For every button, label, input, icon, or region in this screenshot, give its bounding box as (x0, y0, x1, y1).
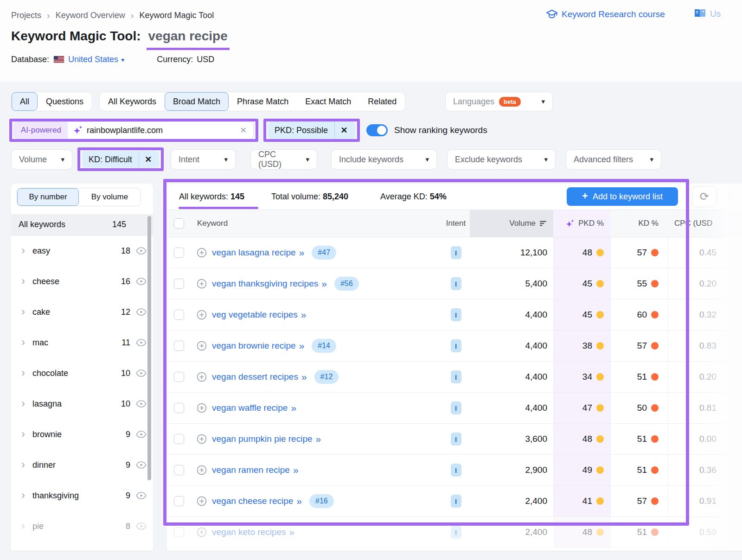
add-keyword-icon[interactable] (197, 279, 207, 289)
expand-keyword-icon[interactable]: » (293, 465, 299, 476)
chevron-right-icon[interactable]: › (21, 459, 25, 470)
chevron-right-icon[interactable]: › (21, 490, 25, 501)
keyword-group-item[interactable]: › chocolate 10 (11, 358, 153, 388)
eye-icon[interactable] (136, 522, 147, 530)
row-checkbox[interactable] (174, 372, 184, 382)
add-to-keyword-list-button[interactable]: + Add to keyword list (567, 187, 678, 206)
eye-icon[interactable] (136, 247, 147, 255)
keyword-group-item[interactable]: › easy 18 (11, 235, 153, 266)
eye-icon[interactable] (136, 461, 147, 469)
expand-keyword-icon[interactable]: » (316, 433, 321, 445)
expand-keyword-icon[interactable]: » (296, 496, 302, 507)
select-all-checkbox[interactable] (174, 218, 184, 229)
keyword-group-item[interactable]: › cake 12 (11, 297, 153, 327)
chevron-right-icon[interactable]: › (21, 337, 25, 348)
tab-related[interactable]: Related (359, 92, 405, 111)
chevron-down-icon[interactable]: ▾ (121, 56, 124, 64)
row-checkbox[interactable] (174, 248, 184, 258)
column-header-pkd[interactable]: PKD % (553, 210, 610, 237)
eye-icon[interactable] (136, 369, 147, 377)
breadcrumb-keyword-overview[interactable]: Keyword Overview (56, 11, 125, 20)
expand-keyword-icon[interactable]: » (321, 278, 327, 289)
eye-icon[interactable] (136, 492, 147, 499)
remove-kd-filter-icon[interactable]: ✕ (139, 154, 158, 165)
column-header-volume[interactable]: Volume (470, 210, 553, 237)
intent-filter-dropdown[interactable]: Intent ▾ (171, 149, 236, 170)
expand-keyword-icon[interactable]: » (291, 402, 296, 414)
advanced-filters-dropdown[interactable]: Advanced filters ▾ (566, 149, 661, 170)
column-header-keyword[interactable]: Keyword (191, 210, 442, 237)
tab-broad-match[interactable]: Broad Match (165, 92, 229, 111)
chevron-right-icon[interactable]: › (21, 306, 25, 317)
row-checkbox[interactable] (174, 496, 184, 506)
eye-icon[interactable] (136, 431, 147, 438)
add-keyword-icon[interactable] (197, 527, 207, 537)
keyword-link[interactable]: vegan ramen recipe (212, 465, 290, 475)
keyword-group-item[interactable]: › dinner 9 (11, 450, 153, 480)
add-keyword-icon[interactable] (197, 248, 207, 258)
add-keyword-icon[interactable] (197, 341, 207, 351)
keyword-link[interactable]: vegan dessert recipes (212, 372, 298, 382)
chevron-right-icon[interactable]: › (21, 245, 25, 256)
include-keywords-dropdown[interactable]: Include keywords ▾ (331, 149, 437, 170)
show-ranking-keywords-toggle[interactable] (366, 124, 388, 136)
row-checkbox[interactable] (174, 465, 184, 475)
tab-exact-match[interactable]: Exact Match (297, 92, 359, 111)
expand-keyword-icon[interactable]: » (289, 527, 295, 538)
database-value[interactable]: United States (68, 55, 118, 64)
row-checkbox[interactable] (174, 310, 184, 320)
expand-keyword-icon[interactable]: » (299, 247, 305, 258)
keyword-link[interactable]: vegan pumpkin pie recipe (212, 434, 313, 444)
languages-dropdown[interactable]: Languages beta ▾ (445, 92, 553, 111)
keyword-link[interactable]: vegan waffle recipe (212, 403, 288, 413)
row-checkbox[interactable] (174, 341, 184, 351)
tab-all[interactable]: All (12, 92, 38, 111)
tab-by-number[interactable]: By number (17, 188, 79, 206)
user-manual-link[interactable]: Us (694, 8, 721, 19)
add-keyword-icon[interactable] (197, 496, 207, 506)
add-keyword-icon[interactable] (197, 403, 207, 413)
keyword-group-item[interactable]: › cheese 16 (11, 266, 153, 297)
clear-domain-icon[interactable]: ✕ (233, 125, 253, 135)
add-keyword-icon[interactable] (197, 434, 207, 444)
keyword-link[interactable]: vegan keto recipes (212, 527, 286, 537)
add-keyword-icon[interactable] (197, 310, 207, 320)
volume-filter-dropdown[interactable]: Volume ▾ (11, 149, 72, 170)
expand-keyword-icon[interactable]: » (301, 309, 307, 320)
chevron-right-icon[interactable]: › (21, 520, 25, 531)
keyword-group-item[interactable]: › mac 11 (11, 327, 153, 358)
row-checkbox[interactable] (174, 279, 184, 289)
domain-input[interactable] (87, 126, 233, 135)
keyword-research-course-link[interactable]: Keyword Research course (546, 9, 665, 19)
column-header-kd[interactable]: KD % (610, 210, 668, 237)
add-keyword-icon[interactable] (197, 465, 207, 475)
keyword-link[interactable]: veg vegetable recipes (212, 310, 298, 320)
chevron-right-icon[interactable]: › (21, 275, 25, 286)
row-checkbox[interactable] (174, 403, 184, 413)
keyword-link[interactable]: vegan lasagna recipe (212, 248, 296, 258)
tab-phrase-match[interactable]: Phrase Match (229, 92, 297, 111)
breadcrumb-projects[interactable]: Projects (11, 11, 41, 20)
column-header-cpc[interactable]: CPC (USD (668, 210, 742, 237)
keyword-link[interactable]: vegan cheese recipe (212, 496, 293, 506)
chevron-right-icon[interactable]: › (21, 428, 25, 439)
tab-by-volume[interactable]: By volume (79, 188, 141, 206)
keyword-group-item[interactable]: › lasagna 10 (11, 388, 153, 419)
eye-icon[interactable] (136, 400, 147, 407)
keyword-group-item[interactable]: › pie 8 (11, 511, 153, 541)
row-checkbox[interactable] (174, 527, 184, 537)
ai-powered-domain-filter[interactable]: AI-powered ✕ (14, 121, 254, 139)
eye-icon[interactable] (136, 308, 147, 316)
exclude-keywords-dropdown[interactable]: Exclude keywords ▾ (447, 149, 556, 170)
add-keyword-icon[interactable] (197, 372, 207, 382)
sidebar-all-keywords-row[interactable]: All keywords 145 (11, 214, 153, 235)
chevron-right-icon[interactable]: › (21, 367, 25, 378)
remove-pkd-filter-icon[interactable]: ✕ (335, 125, 353, 135)
tab-questions[interactable]: Questions (38, 92, 92, 111)
keyword-group-item[interactable]: › thanksgiving 9 (11, 480, 153, 511)
row-checkbox[interactable] (174, 434, 184, 444)
update-metrics-button[interactable]: ⟳ (692, 186, 717, 207)
expand-keyword-icon[interactable]: » (301, 371, 307, 382)
cpc-filter-dropdown[interactable]: CPC (USD) ▾ (250, 149, 317, 170)
column-header-intent[interactable]: Intent (442, 210, 470, 237)
